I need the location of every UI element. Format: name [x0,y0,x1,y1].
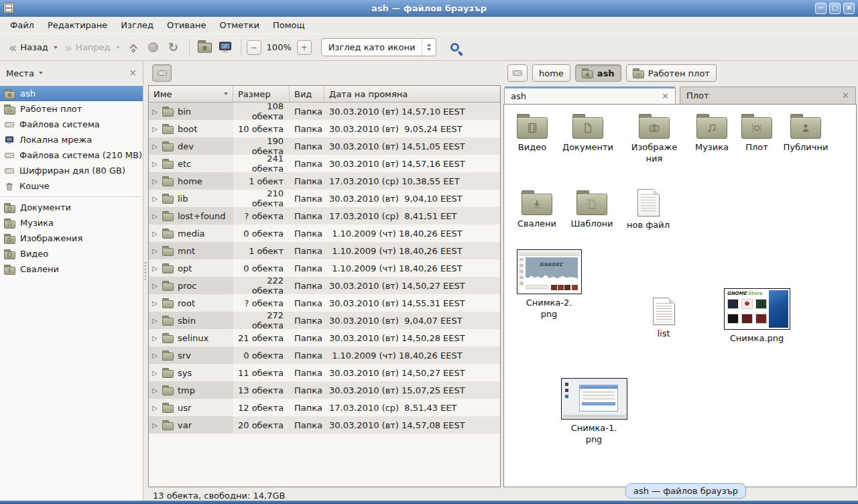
menu-item-1[interactable]: Редактиране [42,18,113,32]
view-mode-select[interactable]: Изглед като икони [321,38,437,56]
breadcrumb-button-2[interactable]: ash [575,64,621,82]
table-row[interactable]: ▷tmp13 обектаПапка30.03.2010 (вт) 15,07,… [149,381,500,399]
column-header-2[interactable]: Вид [290,86,324,102]
menu-item-5[interactable]: Помощ [267,18,311,32]
expander-icon[interactable]: ▷ [151,369,158,377]
table-row[interactable]: ▷sys11 обектаПапка30.03.2010 (вт) 14,50,… [149,364,500,381]
column-header-3[interactable]: Дата на промяна [324,86,500,102]
expander-icon[interactable]: ▷ [151,265,158,272]
sidebar-item-11[interactable]: Видео [0,246,143,261]
sidebar-item-0[interactable]: ash [0,86,143,101]
close-button[interactable]: × [843,3,855,14]
expander-icon[interactable]: ▷ [151,143,158,150]
expander-icon[interactable]: ▷ [151,300,158,307]
expander-icon[interactable]: ▷ [151,195,158,202]
dragged-tab-label[interactable]: ash — файлов браузър [625,483,746,499]
forward-button[interactable]: » Напред [61,40,123,56]
sidebar-item-2[interactable]: Файлова система [0,117,143,132]
back-dropdown-icon[interactable] [54,46,58,49]
folder-item[interactable]: Шаблони [562,189,621,230]
expander-icon[interactable]: ▷ [151,247,158,255]
expander-icon[interactable]: ▷ [151,178,158,185]
expander-icon[interactable]: ▷ [151,125,158,133]
breadcrumb-button-1[interactable]: home [532,64,570,82]
expander-icon[interactable]: ▷ [151,282,158,290]
sidebar-item-5[interactable]: Шифриран дял (80 GB) [0,163,143,178]
expander-icon[interactable]: ▷ [151,108,158,115]
file-item[interactable]: нов файл [619,189,678,231]
folder-item[interactable]: Публични [776,113,835,153]
zoom-in-button[interactable]: + [297,40,312,55]
expander-icon[interactable]: ▷ [151,317,158,324]
expander-icon[interactable]: ▷ [151,404,158,412]
breadcrumb-button-0[interactable] [507,64,528,82]
tab-close-icon[interactable]: ✕ [842,90,849,101]
expander-icon[interactable]: ▷ [151,422,158,429]
sidebar-item-3[interactable]: Локална мрежа [0,132,143,147]
table-row[interactable]: ▷srv0 обектаПапка 1.10.2009 (чт) 18,40,2… [149,346,500,364]
home-button[interactable] [195,38,215,57]
sidebar-item-12[interactable]: Свалени [0,261,143,277]
table-row[interactable]: ▷lost+found? обектаПапка17.03.2010 (ср) … [149,207,500,225]
table-row[interactable]: ▷mnt1 обектПапка 1.10.2009 (чт) 18,40,26… [149,242,500,259]
menu-item-0[interactable]: Файл [4,18,40,32]
zoom-out-button[interactable]: − [247,40,261,55]
table-row[interactable]: ▷bin108 обектаПапка30.03.2010 (вт) 14,57… [149,103,500,120]
reload-button[interactable]: ↻ [164,38,184,57]
column-header-0[interactable]: Име [149,86,233,102]
expander-icon[interactable]: ▷ [151,387,158,394]
expander-icon[interactable]: ▷ [151,160,158,168]
titlebar[interactable]: ash — файлов браузър − □ × [0,0,858,17]
up-button[interactable] [123,38,143,57]
sidebar-title-dropdown-icon[interactable] [39,72,43,74]
sidebar-close-icon[interactable]: ✕ [129,68,137,78]
file-item[interactable]: list [644,298,684,340]
computer-button[interactable] [215,38,235,57]
pane-splitter[interactable] [143,61,147,503]
search-button[interactable] [444,38,465,57]
expander-icon[interactable]: ▷ [151,334,158,342]
tab-close-icon[interactable]: ✕ [662,91,669,101]
folder-item[interactable]: Документи [558,113,617,153]
tab-0[interactable]: ash✕ [504,86,676,104]
table-row[interactable]: ▷proc222 обектаПапка30.03.2010 (вт) 14,5… [149,277,500,294]
table-row[interactable]: ▷boot10 обектаПапка30.03.2010 (вт) 9,05,… [149,120,500,137]
sidebar-item-9[interactable]: Музика [0,215,143,231]
folder-item[interactable]: Изображения [625,113,684,165]
sidebar-item-10[interactable]: Изображения [0,231,143,246]
tab-1[interactable]: Плот✕ [680,86,856,104]
menu-item-3[interactable]: Отиване [161,18,212,32]
file-item[interactable]: Снимка-1.png [560,378,627,446]
expander-icon[interactable]: ▷ [151,352,158,359]
icon-view[interactable]: ВидеоДокументиИзображенияМузикаПлотПубли… [503,104,857,487]
table-row[interactable]: ▷media0 обектаПапка 1.10.2009 (чт) 18,40… [149,225,500,242]
menu-item-4[interactable]: Отметки [213,18,265,32]
sidebar-item-8[interactable]: Документи [0,200,143,215]
breadcrumb-button-3[interactable]: Работен плот [626,64,717,82]
column-header-1[interactable]: Размер [233,86,290,102]
spin-down-icon[interactable] [427,48,431,51]
table-row[interactable]: ▷home1 обектПапка17.03.2010 (ср) 10,38,5… [149,172,500,190]
sidebar-item-4[interactable]: Файлова система (210 MB) [0,147,143,163]
table-row[interactable]: ▷root? обектаПапка30.03.2010 (вт) 14,55,… [149,294,500,312]
sidebar-title[interactable]: Места [6,68,34,78]
table-row[interactable]: ▷lib210 обектаПапка30.03.2010 (вт) 9,04,… [149,190,500,207]
table-row[interactable]: ▷sbin272 обектаПапка30.03.2010 (вт) 9,04… [149,312,500,329]
sidebar-item-6[interactable]: Кошче [0,178,143,194]
expander-icon[interactable]: ▷ [151,212,158,220]
table-row[interactable]: ▷dev190 обектаПапка30.03.2010 (вт) 14,51… [149,137,500,155]
table-row[interactable]: ▷opt0 обектаПапка 1.10.2009 (чт) 18,40,2… [149,259,500,277]
table-row[interactable]: ▷etc241 обектаПапка30.03.2010 (вт) 14,57… [149,155,500,172]
spin-up-icon[interactable] [427,44,431,46]
minimize-button[interactable]: − [815,3,826,14]
folder-item[interactable]: Свалени [507,189,566,230]
folder-item[interactable]: Видео [503,113,562,153]
table-row[interactable]: ▷var20 обектаПапка30.03.2010 (вт) 14,57,… [149,416,500,434]
menu-item-2[interactable]: Изглед [115,18,160,32]
expander-icon[interactable]: ▷ [151,230,158,237]
back-button[interactable]: « Назад [5,40,61,56]
maximize-button[interactable]: □ [829,3,841,14]
table-row[interactable]: ▷usr12 обектаПапка17.03.2010 (ср) 8,51,4… [149,399,500,416]
root-breadcrumb-button[interactable] [152,64,172,82]
file-item[interactable]: GUADECСнимка-2.png [515,249,583,320]
